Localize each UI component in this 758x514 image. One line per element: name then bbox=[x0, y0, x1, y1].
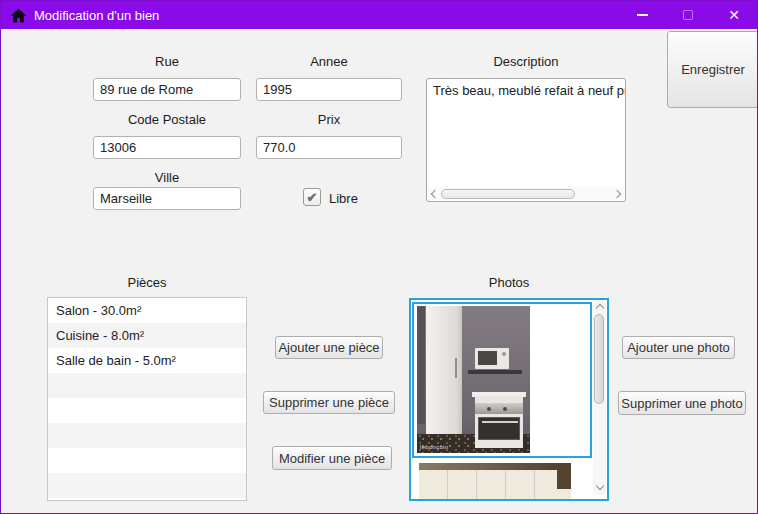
check-icon: ✔ bbox=[307, 191, 318, 204]
save-button[interactable]: Enregistrer bbox=[667, 31, 758, 108]
list-item[interactable] bbox=[48, 423, 246, 448]
close-button[interactable]: ✕ bbox=[711, 1, 757, 29]
pieces-title: Pièces bbox=[47, 275, 247, 290]
remove-piece-button[interactable]: Supprimer une pièce bbox=[263, 391, 395, 414]
rue-label: Rue bbox=[93, 54, 241, 69]
description-hscrollbar[interactable] bbox=[428, 187, 624, 200]
photo-item-wardrobe[interactable] bbox=[419, 463, 571, 501]
list-item[interactable]: Cuisine - 8.0m² bbox=[48, 323, 246, 348]
close-icon: ✕ bbox=[728, 8, 740, 22]
list-item[interactable] bbox=[48, 373, 246, 398]
titlebar: Modification d'un bien ✕ bbox=[1, 1, 757, 29]
list-item[interactable] bbox=[48, 473, 246, 498]
prix-label: Prix bbox=[256, 112, 402, 127]
oven-shape bbox=[475, 396, 523, 448]
minimize-icon bbox=[637, 14, 648, 16]
libre-checkbox[interactable]: ✔ bbox=[303, 188, 321, 206]
photos-list[interactable]: leboncoin bbox=[409, 298, 609, 501]
photos-title: Photos bbox=[409, 275, 609, 290]
microwave-shape bbox=[475, 348, 509, 369]
annee-label: Annee bbox=[256, 54, 402, 69]
list-item[interactable] bbox=[48, 398, 246, 423]
description-text: Très beau, meublé refait à neuf près bbox=[433, 83, 625, 98]
maximize-icon bbox=[683, 10, 693, 20]
list-item[interactable]: Salle de bain - 5.0m² bbox=[48, 348, 246, 373]
code-postale-input[interactable] bbox=[93, 136, 241, 159]
annee-input[interactable] bbox=[256, 78, 402, 101]
description-label: Description bbox=[426, 54, 626, 69]
photo-watermark: leboncoin bbox=[420, 444, 448, 450]
ville-input[interactable] bbox=[93, 187, 241, 210]
maximize-button[interactable] bbox=[665, 1, 711, 29]
home-icon bbox=[10, 7, 27, 24]
description-textarea[interactable]: Très beau, meublé refait à neuf près bbox=[426, 78, 626, 202]
scroll-up-icon[interactable] bbox=[595, 304, 603, 312]
photo-item-selected[interactable]: leboncoin bbox=[412, 302, 592, 458]
edit-piece-button[interactable]: Modifier une pièce bbox=[272, 446, 392, 470]
scroll-left-icon[interactable] bbox=[431, 189, 439, 197]
scroll-down-icon[interactable] bbox=[595, 482, 603, 490]
list-item[interactable]: Salon - 30.0m² bbox=[48, 298, 246, 323]
photos-scrollbar[interactable] bbox=[593, 301, 606, 495]
libre-label: Libre bbox=[329, 191, 358, 206]
window-title: Modification d'un bien bbox=[34, 8, 159, 23]
rue-input[interactable] bbox=[93, 78, 241, 101]
ville-label: Ville bbox=[93, 170, 241, 185]
list-item[interactable] bbox=[48, 448, 246, 473]
prix-input[interactable] bbox=[256, 136, 402, 159]
hscroll-thumb[interactable] bbox=[441, 189, 575, 199]
minimize-button[interactable] bbox=[619, 1, 665, 29]
vscroll-thumb[interactable] bbox=[594, 314, 604, 404]
pieces-list[interactable]: Salon - 30.0m² Cuisine - 8.0m² Salle de … bbox=[47, 297, 247, 501]
code-postale-label: Code Postale bbox=[93, 112, 241, 127]
remove-photo-button[interactable]: Supprimer une photo bbox=[618, 391, 746, 415]
add-photo-button[interactable]: Ajouter une photo bbox=[622, 336, 735, 359]
photo-thumbnail-kitchen: leboncoin bbox=[417, 306, 530, 453]
modification-bien-window: Modification d'un bien ✕ Rue Annee Descr… bbox=[0, 0, 758, 514]
add-piece-button[interactable]: Ajouter une pièce bbox=[275, 336, 383, 359]
scroll-right-icon[interactable] bbox=[613, 189, 621, 197]
